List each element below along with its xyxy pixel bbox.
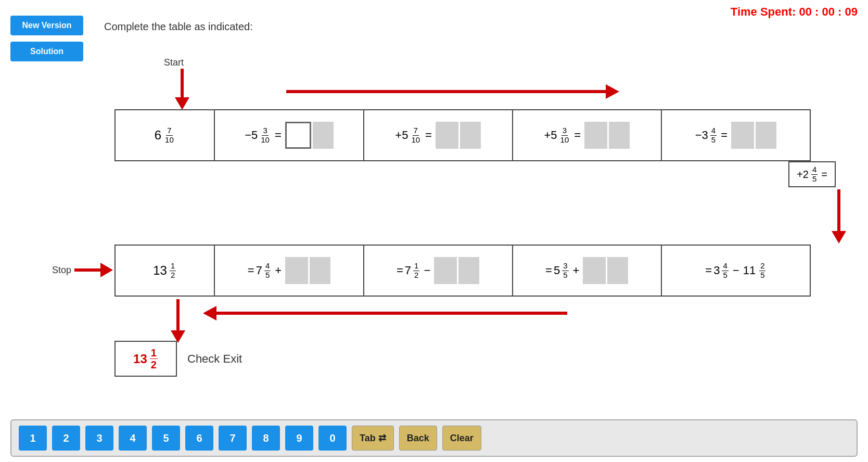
digit-4-button[interactable]: 4 xyxy=(119,426,147,451)
row1-gray2 xyxy=(436,122,458,149)
digit-1-button[interactable]: 1 xyxy=(19,426,47,451)
row1-cell1: 6 710 xyxy=(116,110,215,160)
row1-table: 6 710 −5 310 = +5 710 = +5 310 = xyxy=(114,109,811,161)
right-arrow-down-area: +2 45 = xyxy=(788,161,852,243)
row1-gray1 xyxy=(313,122,334,149)
keyboard-panel: 1 2 3 4 5 6 7 8 9 0 Tab ⇄ Back Clear xyxy=(10,419,858,457)
instruction-text: Complete the table as indicated: xyxy=(104,21,253,33)
right-down-arrow xyxy=(832,189,846,243)
digit-5-button[interactable]: 5 xyxy=(152,426,180,451)
check-exit-box: 13 1 2 xyxy=(114,341,177,377)
tab-button[interactable]: Tab ⇄ xyxy=(352,426,394,451)
check-exit-label: Check Exit xyxy=(187,352,242,366)
new-version-button[interactable]: New Version xyxy=(10,16,83,35)
clear-button[interactable]: Clear xyxy=(442,426,481,451)
left-arrow-bottom xyxy=(203,306,567,320)
row1-cell2: −5 310 = xyxy=(215,110,364,160)
timer-display: Time Spent: 00 : 00 : 09 xyxy=(731,5,858,19)
row1-gray6 xyxy=(731,122,754,149)
row2-gray5 xyxy=(583,257,606,284)
row2-cell3: = 7 12 − xyxy=(364,246,513,296)
row2-gray1 xyxy=(285,257,308,284)
row1-cell5: −3 45 = xyxy=(662,110,810,160)
row1-input1[interactable] xyxy=(285,122,311,149)
digit-6-button[interactable]: 6 xyxy=(185,426,213,451)
row2-cell1: 13 12 xyxy=(116,246,215,296)
row1-gray4 xyxy=(584,122,607,149)
stop-down-arrow xyxy=(171,299,185,343)
row1-cell4: +5 310 = xyxy=(513,110,662,160)
stop-label: Stop xyxy=(52,265,71,276)
row2-table: 13 12 = 7 45 + = 7 12 − = 5 35 + xyxy=(114,245,811,297)
left-buttons-panel: New Version Solution xyxy=(10,16,83,61)
check-exit-area: 13 1 2 Check Exit xyxy=(114,341,242,377)
digit-7-button[interactable]: 7 xyxy=(219,426,247,451)
digit-3-button[interactable]: 3 xyxy=(85,426,113,451)
row1-gray5 xyxy=(609,122,630,149)
row1-gray3 xyxy=(460,122,481,149)
digit-2-button[interactable]: 2 xyxy=(52,426,80,451)
digit-0-button[interactable]: 0 xyxy=(318,426,347,451)
solution-button[interactable]: Solution xyxy=(10,42,83,61)
stop-label-area: Stop xyxy=(52,263,113,277)
start-label: Start xyxy=(164,57,184,68)
row2-gray6 xyxy=(607,257,628,284)
digit-9-button[interactable]: 9 xyxy=(285,426,313,451)
row2-cell4: = 5 35 + xyxy=(513,246,662,296)
row1-cell3: +5 710 = xyxy=(364,110,513,160)
row2-gray4 xyxy=(458,257,479,284)
row2-gray3 xyxy=(434,257,457,284)
start-down-arrow xyxy=(175,69,189,110)
row2-gray2 xyxy=(310,257,330,284)
right-arrow-top xyxy=(286,84,619,99)
row2-cell2: = 7 45 + xyxy=(215,246,364,296)
row2-cell5: = 3 45 − 11 25 xyxy=(662,246,810,296)
digit-8-button[interactable]: 8 xyxy=(252,426,280,451)
back-button[interactable]: Back xyxy=(399,426,437,451)
stop-arrow xyxy=(74,263,113,277)
row1-gray7 xyxy=(756,122,776,149)
between-op-cell: +2 45 = xyxy=(788,161,836,187)
